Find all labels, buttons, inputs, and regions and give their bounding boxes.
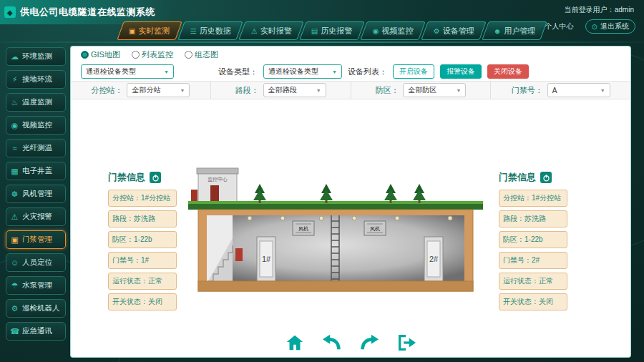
scada-radio[interactable] bbox=[185, 51, 192, 59]
tab-label: 设备管理 bbox=[442, 26, 474, 36]
logout-button[interactable]: ⊙ 退出系统 bbox=[585, 19, 635, 34]
chevron-down-icon: ▼ bbox=[164, 69, 169, 74]
power-toggle-button[interactable] bbox=[540, 172, 552, 183]
field-door-number: 门禁号：2# bbox=[499, 252, 567, 269]
field-substation: 分控站：1#分控站 bbox=[108, 190, 177, 207]
panel-title: 门禁信息 bbox=[499, 171, 536, 184]
field-road-section: 路段：苏洗路 bbox=[108, 210, 177, 228]
sidebar-item-fan[interactable]: ☸风机管理 bbox=[6, 185, 66, 203]
sidebar-item-fiber-temp[interactable]: ≈光纤测温 bbox=[6, 139, 66, 157]
tunnel-diagram: 监控中心 bbox=[188, 161, 483, 301]
sidebar-item-fire-alarm[interactable]: ⚠火灾报警 bbox=[6, 207, 66, 226]
sidebar-item-access-control[interactable]: ▣门禁管理 bbox=[6, 230, 66, 249]
road-section-select[interactable]: 全部路段 ▼ bbox=[263, 83, 326, 97]
close-device-button[interactable]: 关闭设备 bbox=[487, 64, 529, 79]
fan-box-left: 风机 bbox=[293, 221, 314, 235]
home-button[interactable] bbox=[285, 333, 305, 353]
tab-video-monitor[interactable]: ◉视频监控 bbox=[360, 21, 425, 40]
tab-device-manage[interactable]: ⚙设备管理 bbox=[421, 21, 486, 40]
history-alarm-icon: ▤ bbox=[311, 27, 318, 35]
fiber-temp-icon: ≈ bbox=[10, 144, 19, 152]
sidebar-item-video[interactable]: ◉视频监控 bbox=[6, 116, 66, 134]
sidebar-item-label: 火灾报警 bbox=[22, 212, 52, 222]
device-type-select[interactable]: 通道栓设备类型 ▼ bbox=[263, 64, 342, 79]
gis-radio[interactable] bbox=[81, 51, 89, 59]
sidebar-item-robot[interactable]: ⚙巡检机器人 bbox=[6, 299, 66, 318]
substation-filter-label: 分控站： bbox=[91, 85, 122, 96]
tab-user-manage[interactable]: ☻用户管理 bbox=[482, 21, 547, 40]
view-mode-list[interactable]: 列表监控 bbox=[132, 49, 173, 60]
sidebar-item-pump[interactable]: ☂水泵管理 bbox=[6, 276, 66, 295]
open-device-button[interactable]: 开启设备 bbox=[393, 64, 434, 79]
tab-label: 视频监控 bbox=[381, 26, 413, 36]
logout-label: 退出系统 bbox=[600, 21, 629, 31]
main-nav: ▣实时监测 ☰历史数据 ⚠实时报警 ▤历史报警 ◉视频监控 ⚙设备管理 ☻用户管… bbox=[120, 21, 546, 40]
bottom-nav bbox=[71, 333, 630, 353]
device-category-select[interactable]: 通道栓设备类型 ▼ bbox=[81, 64, 174, 79]
view-mode-gis[interactable]: GIS地图 bbox=[81, 49, 120, 60]
list-radio[interactable] bbox=[132, 51, 140, 59]
history-data-icon: ☰ bbox=[190, 27, 197, 35]
chevron-down-icon: ▼ bbox=[332, 69, 337, 74]
view-mode-label: 组态图 bbox=[195, 49, 218, 60]
view-mode-label: 列表监控 bbox=[142, 49, 173, 60]
door-number-select[interactable]: A ▼ bbox=[547, 83, 610, 97]
tree bbox=[253, 184, 266, 203]
tab-history-data[interactable]: ☰历史数据 bbox=[177, 21, 243, 40]
device-type-label: 设备类型： bbox=[218, 67, 258, 77]
forward-button[interactable] bbox=[359, 333, 379, 353]
field-zone: 防区：1-22b bbox=[108, 231, 177, 248]
sidebar-item-label: 应急通讯 bbox=[22, 326, 52, 336]
field-switch-status: 开关状态：关闭 bbox=[499, 293, 567, 310]
video-icon: ◉ bbox=[10, 121, 19, 130]
environment-icon: ☁ bbox=[10, 52, 19, 62]
alarm-device-button[interactable]: 报警设备 bbox=[440, 64, 482, 79]
road-section-value: 全部路段 bbox=[268, 85, 297, 95]
panel-title: 门禁信息 bbox=[108, 171, 145, 184]
device-type-value: 通道栓设备类型 bbox=[268, 67, 318, 77]
field-road-section: 路段：苏洗路 bbox=[499, 210, 567, 228]
fire-cabinet bbox=[235, 248, 243, 261]
sidebar-item-label: 接地环流 bbox=[22, 74, 52, 84]
access-door-1[interactable]: 1# bbox=[257, 237, 275, 281]
view-mode-scada[interactable]: 组态图 bbox=[185, 49, 218, 60]
tree bbox=[384, 184, 397, 203]
realtime-alarm-icon: ⚠ bbox=[251, 27, 258, 35]
access-info-panel-right: 门禁信息 分控站：1#分控站 路段：苏洗路 防区：1-22b 门禁号：2# 运行… bbox=[499, 171, 567, 314]
ground-current-icon: ⚡ bbox=[10, 75, 19, 84]
emergency-comm-icon: ☎ bbox=[10, 327, 19, 336]
sidebar-item-personnel[interactable]: ☺人员定位 bbox=[6, 253, 66, 272]
tunnel-floor bbox=[198, 281, 473, 291]
zone-select[interactable]: 全部防区 ▼ bbox=[403, 83, 466, 97]
sidebar-item-environment[interactable]: ☁环境监测 bbox=[6, 47, 66, 66]
power-box bbox=[191, 190, 197, 202]
tab-realtime-monitor[interactable]: ▣实时监测 bbox=[117, 21, 182, 40]
fan-left-label: 风机 bbox=[298, 226, 308, 232]
substation-select[interactable]: 全部分站 ▼ bbox=[127, 83, 190, 97]
field-zone: 防区：1-22b bbox=[499, 231, 567, 248]
sidebar-item-emergency-comm[interactable]: ☎应急通讯 bbox=[6, 322, 66, 341]
sidebar-item-ground-current[interactable]: ⚡接地环流 bbox=[6, 70, 66, 89]
device-list-label: 设备列表： bbox=[348, 67, 387, 77]
power-toggle-button[interactable] bbox=[150, 172, 161, 183]
tab-history-alarm[interactable]: ▤历史报警 bbox=[299, 21, 364, 40]
back-button[interactable] bbox=[322, 333, 342, 353]
exit-button[interactable] bbox=[396, 333, 416, 353]
personal-center-label: 个人中心 bbox=[545, 21, 574, 31]
substation-value: 全部分站 bbox=[132, 85, 160, 95]
sidebar-item-temperature[interactable]: ♨温度监测 bbox=[6, 93, 66, 112]
sidebar-item-label: 人员定位 bbox=[22, 258, 52, 268]
filter-bar: 分控站： 全部分站 ▼ 路段： 全部路段 ▼ 防区： 全部防区 ▼ 门禁号： A bbox=[71, 81, 630, 99]
device-toolbar: 通道栓设备类型 ▼ 设备类型： 通道栓设备类型 ▼ 设备列表： 开启设备 报警设… bbox=[71, 62, 630, 81]
fire-alarm-icon: ⚠ bbox=[10, 212, 19, 222]
sidebar-item-label: 光纤测温 bbox=[22, 143, 52, 153]
tab-realtime-alarm[interactable]: ⚠实时报警 bbox=[238, 21, 303, 40]
realtime-monitor-icon: ▣ bbox=[129, 27, 135, 35]
sidebar-item-label: 环境监测 bbox=[22, 52, 52, 62]
sidebar-item-label: 风机管理 bbox=[22, 189, 52, 199]
sidebar-item-manhole[interactable]: ▦电子井盖 bbox=[6, 162, 66, 180]
app-title: 供电公司电缆隧道在线监测系统 bbox=[20, 6, 155, 19]
chevron-down-icon: ▼ bbox=[456, 88, 461, 93]
tab-label: 实时报警 bbox=[260, 26, 291, 36]
access-door-2[interactable]: 2# bbox=[424, 237, 443, 281]
